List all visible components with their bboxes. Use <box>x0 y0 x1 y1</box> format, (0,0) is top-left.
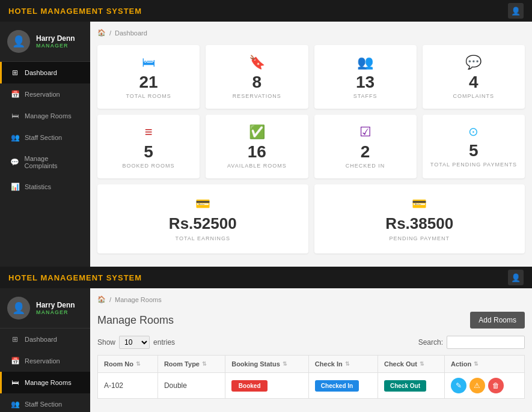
table-header: Room No ⇅ Room Type ⇅ Booking Status ⇅ C… <box>98 356 525 373</box>
pending-payment-amount: Rs.38500 <box>326 214 513 233</box>
section-manage-rooms: HOTEL MANAGEMENT SYSTEM 👤 👤 Harry Denn M… <box>0 267 532 412</box>
user-info: Harry Denn MANAGER <box>36 34 75 49</box>
page-heading: Manage Rooms <box>97 314 174 327</box>
user-role-2: MANAGER <box>36 309 75 315</box>
earnings-row: 💳 Rs.52500 TOTAL EARNINGS 💳 Rs.38500 PEN… <box>97 184 525 253</box>
nav-complaints[interactable]: 💬 Manage Complaints <box>0 148 90 176</box>
nav2-dashboard-label: Dashboard <box>25 336 57 343</box>
stat-total-rooms: 🛏 21 TOTAL ROOMS <box>97 45 200 109</box>
edit-button[interactable]: ✎ <box>451 378 466 393</box>
breadcrumb-2: 🏠 / Manage Rooms <box>97 295 525 303</box>
col-check-out: Check Out ⇅ <box>378 356 444 373</box>
reservation-icon: 📅 <box>10 90 20 98</box>
nav2-reservation[interactable]: 📅 Reservation <box>0 350 90 372</box>
stat-reservations: 🔖 8 RESERVATIONS <box>206 45 308 109</box>
sidebar: 👤 Harry Denn MANAGER ⊞ Dashboard 📅 Reser… <box>0 22 90 267</box>
pending-payment-label: PENDING PAYMENT <box>326 235 513 241</box>
manage-rooms-header: Manage Rooms Add Rooms <box>97 312 525 329</box>
title-rest-2: MANAGEMENT SYSTEM <box>38 273 142 282</box>
col-check-in-sort: Check In ⇅ <box>315 360 350 368</box>
delete-button[interactable]: 🗑 <box>488 378 504 393</box>
complaints-stat-icon: 💬 <box>429 55 519 70</box>
reservations-icon: 🔖 <box>212 55 302 70</box>
nav-staff-label: Staff Section <box>25 134 62 141</box>
nav-reservation[interactable]: 📅 Reservation <box>0 83 90 105</box>
sort-icon-check-in: ⇅ <box>345 361 350 367</box>
stat-staffs: 👥 13 STAFFS <box>314 45 417 109</box>
user-icon-2[interactable]: 👤 <box>508 270 524 285</box>
complaints-label: COMPLAINTS <box>429 93 519 99</box>
app-title-2: HOTEL MANAGEMENT SYSTEM <box>8 273 142 282</box>
sort-icon-check-out: ⇅ <box>420 361 424 367</box>
section-dashboard: HOTEL MANAGEMENT SYSTEM 👤 👤 Harry Denn M… <box>0 0 532 267</box>
action-buttons: ✎ ⚠ 🗑 <box>451 378 518 393</box>
nav2-staff-section[interactable]: 👥 Staff Section <box>0 393 90 412</box>
nav-staff-section[interactable]: 👥 Staff Section <box>0 127 90 148</box>
nav2-reservation-icon: 📅 <box>10 357 20 365</box>
pending-payments-icon: ⊙ <box>429 124 519 139</box>
checked-in-icon: ☑ <box>320 124 411 140</box>
entries-select[interactable]: 10 25 50 100 <box>119 336 150 349</box>
cell-booking-status: Booked <box>225 373 309 399</box>
search-label: Search: <box>418 338 443 347</box>
user-icon[interactable]: 👤 <box>508 3 524 19</box>
nav-complaints-label: Manage Complaints <box>25 155 82 169</box>
col-action: Action ⇅ <box>444 356 524 373</box>
complaints-number: 4 <box>429 74 519 91</box>
nav2-staff-icon: 👥 <box>10 400 20 408</box>
breadcrumb-home-icon-2: 🏠 <box>97 295 106 303</box>
title-highlight: HOTEL <box>8 7 38 16</box>
layout-manage-rooms: 👤 Harry Denn MANAGER ⊞ Dashboard 📅 Reser… <box>0 288 532 412</box>
warn-button[interactable]: ⚠ <box>469 378 485 393</box>
nav-dashboard[interactable]: ⊞ Dashboard <box>0 62 90 83</box>
col-action-sort: Action ⇅ <box>451 360 478 368</box>
manage-rooms-content: 🏠 / Manage Rooms Manage Rooms Add Rooms … <box>90 288 532 412</box>
add-rooms-button[interactable]: Add Rooms <box>470 312 525 329</box>
rooms-table: Room No ⇅ Room Type ⇅ Booking Status ⇅ C… <box>97 355 525 399</box>
breadcrumb-sep-2: / <box>109 296 111 303</box>
reservations-number: 8 <box>212 74 302 91</box>
booked-rooms-number: 5 <box>103 144 194 160</box>
cell-room-no: A-102 <box>98 373 158 399</box>
dashboard-content: 🏠 / Dashboard 🛏 21 TOTAL ROOMS 🔖 8 RESER… <box>90 22 532 267</box>
total-rooms-label: TOTAL ROOMS <box>103 93 194 99</box>
checked-in-label: CHECKED IN <box>320 163 411 169</box>
booked-rooms-icon: ≡ <box>103 124 194 140</box>
user-role: MANAGER <box>36 43 75 49</box>
checked-in-number: 2 <box>320 144 411 160</box>
nav2-manage-rooms[interactable]: 🛏 Manage Rooms <box>0 372 90 393</box>
booked-rooms-label: BOOKED ROOMS <box>103 163 194 169</box>
available-rooms-label: AVAILABLE ROOMS <box>212 163 302 169</box>
user-area: 👤 Harry Denn MANAGER <box>0 22 90 62</box>
pending-payments-label: TOTAL PENDING PAYMENTS <box>429 162 519 168</box>
nav-statistics[interactable]: 📊 Statistics <box>0 176 90 198</box>
nav-reservation-label: Reservation <box>25 91 60 98</box>
pending-payment-card: 💳 Rs.38500 PENDING PAYMENT <box>314 184 525 253</box>
total-earnings-amount: Rs.52500 <box>109 214 296 233</box>
breadcrumb-page: Dashboard <box>115 29 147 37</box>
col-room-type-sort: Room Type ⇅ <box>164 360 207 368</box>
nav2-manage-rooms-icon: 🛏 <box>10 378 20 387</box>
statistics-icon: 📊 <box>10 183 20 191</box>
layout-dashboard: 👤 Harry Denn MANAGER ⊞ Dashboard 📅 Reser… <box>0 22 532 267</box>
total-rooms-number: 21 <box>103 74 194 91</box>
stat-booked-rooms: ≡ 5 BOOKED ROOMS <box>97 115 200 178</box>
reservations-label: RESERVATIONS <box>212 93 302 99</box>
nav-manage-rooms[interactable]: 🛏 Manage Rooms <box>0 105 90 127</box>
stats-row-2: ≡ 5 BOOKED ROOMS ✅ 16 AVAILABLE ROOMS ☑ … <box>97 115 525 178</box>
breadcrumb-home-icon: 🏠 <box>97 29 106 37</box>
stat-pending-payments: ⊙ 5 TOTAL PENDING PAYMENTS <box>423 115 525 178</box>
check-out-badge: Check Out <box>384 380 426 392</box>
search-input[interactable] <box>447 336 525 349</box>
entries-label: entries <box>153 338 175 347</box>
nav2-dashboard[interactable]: ⊞ Dashboard <box>0 329 90 350</box>
stat-complaints: 💬 4 COMPLAINTS <box>423 45 525 109</box>
total-earnings-label: TOTAL EARNINGS <box>109 235 296 241</box>
top-bar: HOTEL MANAGEMENT SYSTEM 👤 <box>0 0 532 22</box>
stats-row-1: 🛏 21 TOTAL ROOMS 🔖 8 RESERVATIONS 👥 13 S… <box>97 45 525 109</box>
col-room-no: Room No ⇅ <box>98 356 158 373</box>
table-body: A-102 Double Booked Checked In Check Out <box>98 373 525 399</box>
total-earnings-icon: 💳 <box>109 196 296 211</box>
total-earnings-card: 💳 Rs.52500 TOTAL EARNINGS <box>97 184 308 253</box>
title-highlight-2: HOTEL <box>8 273 38 282</box>
